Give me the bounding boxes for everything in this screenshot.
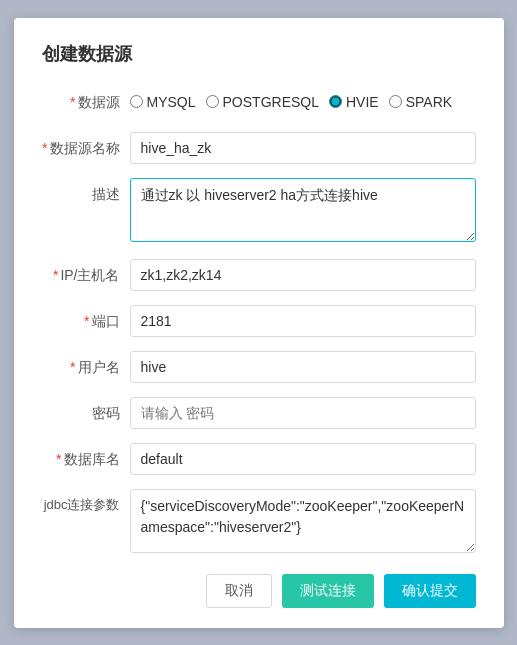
user-wrap [130,351,476,383]
test-connection-button[interactable]: 测试连接 [282,574,374,608]
datasource-type-row: *数据源 MYSQL POSTGRESQL HVIE SPARK [42,86,476,118]
jdbc-row: jdbc连接参数 {"serviceDiscoveryMode":"zooKee… [42,489,476,556]
port-input[interactable] [130,305,476,337]
desc-wrap: 通过zk 以 hiveserver2 ha方式连接hive [130,178,476,245]
db-input[interactable] [130,443,476,475]
db-row: *数据库名 [42,443,476,475]
jdbc-textarea[interactable]: {"serviceDiscoveryMode":"zooKeeper","zoo… [130,489,476,553]
ip-row: *IP/主机名 [42,259,476,291]
pwd-wrap [130,397,476,429]
confirm-submit-button[interactable]: 确认提交 [384,574,476,608]
db-wrap [130,443,476,475]
pwd-input[interactable] [130,397,476,429]
port-wrap [130,305,476,337]
ip-wrap [130,259,476,291]
datasource-name-row: *数据源名称 [42,132,476,164]
radio-spark-input[interactable] [389,95,402,108]
jdbc-label: jdbc连接参数 [42,489,130,521]
datasource-name-label: *数据源名称 [42,132,130,164]
radio-mysql-input[interactable] [130,95,143,108]
desc-label: 描述 [42,178,130,210]
port-label: *端口 [42,305,130,337]
radio-hvie[interactable]: HVIE [329,86,379,118]
datasource-type-label: *数据源 [42,86,130,118]
radio-group: MYSQL POSTGRESQL HVIE SPARK [130,86,476,118]
ip-label: *IP/主机名 [42,259,130,291]
desc-textarea[interactable]: 通过zk 以 hiveserver2 ha方式连接hive [130,178,476,242]
radio-postgresql[interactable]: POSTGRESQL [206,86,319,118]
dialog-footer: 取消 测试连接 确认提交 [42,574,476,608]
radio-spark[interactable]: SPARK [389,86,452,118]
cancel-button[interactable]: 取消 [206,574,272,608]
db-label: *数据库名 [42,443,130,475]
radio-mysql[interactable]: MYSQL [130,86,196,118]
ip-input[interactable] [130,259,476,291]
pwd-label: 密码 [42,397,130,429]
pwd-row: 密码 [42,397,476,429]
required-star: * [70,94,75,110]
datasource-name-input[interactable] [130,132,476,164]
datasource-name-wrap [130,132,476,164]
create-datasource-dialog: 创建数据源 *数据源 MYSQL POSTGRESQL HVIE SPARK [14,18,504,628]
radio-hvie-input[interactable] [329,95,342,108]
user-input[interactable] [130,351,476,383]
user-label: *用户名 [42,351,130,383]
user-row: *用户名 [42,351,476,383]
dialog-title: 创建数据源 [42,42,476,66]
desc-row: 描述 通过zk 以 hiveserver2 ha方式连接hive [42,178,476,245]
port-row: *端口 [42,305,476,337]
jdbc-wrap: {"serviceDiscoveryMode":"zooKeeper","zoo… [130,489,476,556]
radio-postgresql-input[interactable] [206,95,219,108]
